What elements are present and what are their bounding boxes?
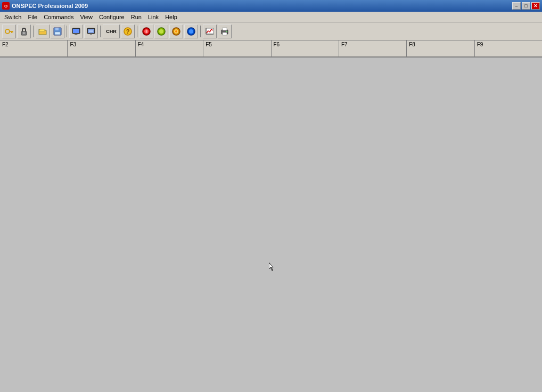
alarm1-button[interactable]: !	[139, 24, 153, 38]
fkey-f2[interactable]: F2	[0, 40, 68, 57]
separator-3	[100, 26, 101, 37]
fkey-f4[interactable]: F4	[136, 40, 203, 57]
alarm2-button[interactable]	[154, 24, 168, 38]
key-button[interactable]	[2, 24, 16, 38]
menu-commands[interactable]: Commands	[40, 13, 77, 21]
title-bar: O ONSPEC Professional 2009 – □ ✕	[0, 0, 542, 12]
fkey-f9[interactable]: F9	[475, 40, 542, 57]
fkey-bar: F2 F3 F4 F5 F6 F7 F8 F9	[0, 40, 542, 58]
svg-point-2	[5, 29, 10, 34]
svg-rect-35	[223, 28, 227, 30]
open-button[interactable]	[36, 24, 50, 38]
svg-point-7	[23, 32, 25, 34]
menu-bar: Switch File Commands View Configure Run …	[0, 12, 542, 22]
display2-button[interactable]	[84, 24, 98, 38]
svg-rect-18	[90, 34, 92, 35]
svg-text:!: !	[146, 30, 147, 34]
menu-configure[interactable]: Configure	[96, 13, 128, 21]
svg-rect-31	[206, 28, 213, 34]
menu-run[interactable]: Run	[128, 13, 145, 21]
main-workspace	[0, 58, 542, 392]
svg-rect-17	[89, 30, 93, 32]
menu-file[interactable]: File	[24, 13, 40, 21]
alarm3-button[interactable]	[169, 24, 183, 38]
separator-1	[33, 26, 34, 37]
svg-rect-36	[223, 32, 227, 35]
maximize-button[interactable]: □	[522, 2, 530, 10]
svg-point-28	[175, 30, 177, 32]
svg-point-25	[159, 29, 163, 34]
app-title: ONSPEC Professional 2009	[12, 3, 88, 9]
svg-rect-14	[74, 35, 78, 35]
menu-view[interactable]: View	[77, 13, 96, 21]
print-button[interactable]	[218, 24, 232, 38]
svg-rect-10	[55, 32, 60, 35]
display1-button[interactable]	[69, 24, 83, 38]
svg-rect-13	[75, 34, 77, 35]
chr-button[interactable]: CHR	[103, 24, 120, 38]
svg-text:O: O	[4, 4, 7, 9]
minimize-button[interactable]: –	[512, 2, 521, 10]
close-button[interactable]: ✕	[531, 2, 540, 10]
fkey-f8[interactable]: F8	[407, 40, 474, 57]
fkey-f7[interactable]: F7	[339, 40, 407, 57]
menu-link[interactable]: Link	[145, 13, 162, 21]
separator-5	[200, 26, 201, 37]
toolbar: CHR ? !	[0, 22, 542, 40]
menu-help[interactable]: Help	[162, 13, 180, 21]
fkey-f6[interactable]: F6	[272, 40, 339, 57]
lock-button[interactable]	[17, 24, 31, 38]
separator-4	[137, 26, 137, 37]
mouse-cursor	[269, 263, 275, 271]
alarm4-button[interactable]	[184, 24, 198, 38]
menu-switch[interactable]: Switch	[1, 13, 24, 21]
fkey-f3[interactable]: F3	[68, 40, 135, 57]
app-icon: O	[2, 2, 10, 10]
svg-point-37	[226, 31, 227, 32]
separator-2	[67, 26, 67, 37]
help-toolbar-button[interactable]: ?	[121, 24, 135, 38]
svg-text:?: ?	[126, 28, 130, 35]
svg-point-30	[189, 29, 193, 34]
fkey-f5[interactable]: F5	[203, 40, 271, 57]
trend-button[interactable]	[203, 24, 217, 38]
svg-rect-9	[55, 28, 59, 30]
svg-rect-12	[73, 29, 79, 33]
save-button[interactable]	[51, 24, 64, 38]
